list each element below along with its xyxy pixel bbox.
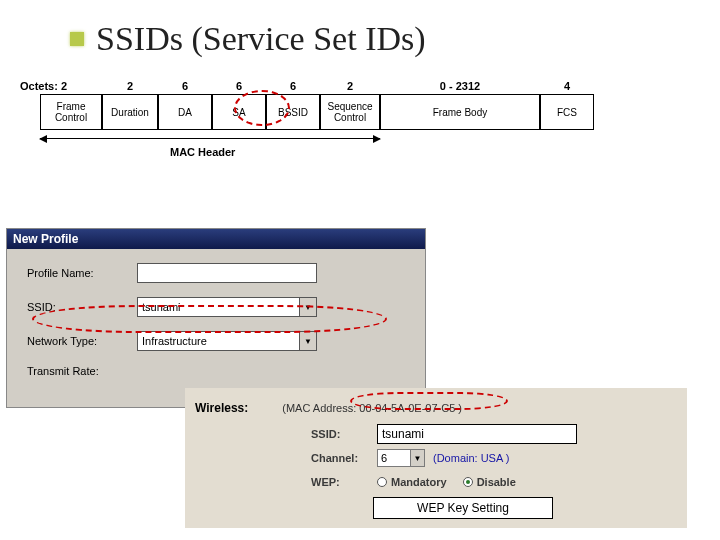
profile-name-input[interactable] bbox=[137, 263, 317, 283]
octet-col: 6 bbox=[158, 76, 212, 94]
wireless-settings-panel: Wireless: (MAC Address: 00-04-5A-0E-07-C… bbox=[185, 388, 687, 528]
network-type-input[interactable] bbox=[137, 331, 299, 351]
radio-selected-icon[interactable] bbox=[463, 477, 473, 487]
network-type-combo[interactable]: ▼ bbox=[137, 331, 317, 351]
title-row: SSIDs (Service Set IDs) bbox=[70, 20, 680, 58]
window-title: New Profile bbox=[7, 229, 425, 249]
mac-header-bracket: MAC Header bbox=[40, 132, 640, 150]
bullet-icon bbox=[70, 32, 84, 46]
chevron-down-icon[interactable]: ▼ bbox=[299, 297, 317, 317]
octets-label: Octets: 2 bbox=[20, 80, 67, 92]
field-frame-body: Frame Body bbox=[380, 94, 540, 130]
slide-title: SSIDs (Service Set IDs) bbox=[96, 20, 426, 58]
wep-key-setting-button[interactable]: WEP Key Setting bbox=[373, 497, 553, 519]
field-frame-control: Frame Control bbox=[40, 94, 102, 130]
network-type-label: Network Type: bbox=[27, 335, 137, 347]
transmit-rate-label: Transmit Rate: bbox=[27, 365, 137, 377]
profile-name-label: Profile Name: bbox=[27, 267, 137, 279]
field-bssid: BSSID bbox=[266, 94, 320, 130]
field-duration: Duration bbox=[102, 94, 158, 130]
wireless-heading: Wireless: bbox=[195, 401, 248, 415]
wi-wep-label: WEP: bbox=[311, 476, 369, 488]
octet-col: 0 - 2312 bbox=[380, 76, 540, 94]
octet-col: 2 bbox=[102, 76, 158, 94]
octet-col: 6 bbox=[266, 76, 320, 94]
mac-address: (MAC Address: 00-04-5A-0E-07-C5 ) bbox=[282, 402, 462, 414]
octet-col: 6 bbox=[212, 76, 266, 94]
chevron-down-icon[interactable]: ▼ bbox=[299, 331, 317, 351]
new-profile-window: New Profile Profile Name: SSID: ▼ Networ… bbox=[6, 228, 426, 408]
ssid-input[interactable] bbox=[137, 297, 299, 317]
radio-icon[interactable] bbox=[377, 477, 387, 487]
ssid-label: SSID: bbox=[27, 301, 137, 313]
chevron-down-icon[interactable]: ▼ bbox=[411, 449, 425, 467]
wi-domain: (Domain: USA ) bbox=[433, 452, 509, 464]
wep-mandatory-option[interactable]: Mandatory bbox=[377, 476, 447, 488]
mac-header-label: MAC Header bbox=[170, 146, 235, 158]
field-sa: SA bbox=[212, 94, 266, 130]
ssid-combo[interactable]: ▼ bbox=[137, 297, 317, 317]
wi-channel-select[interactable]: 6 bbox=[377, 449, 411, 467]
field-fcs: FCS bbox=[540, 94, 594, 130]
field-seq-control: Sequence Control bbox=[320, 94, 380, 130]
wep-disable-option[interactable]: Disable bbox=[463, 476, 516, 488]
wi-ssid-label: SSID: bbox=[311, 428, 369, 440]
field-da: DA bbox=[158, 94, 212, 130]
wi-ssid-input[interactable] bbox=[377, 424, 577, 444]
octet-col: 2 bbox=[320, 76, 380, 94]
wi-channel-label: Channel: bbox=[311, 452, 369, 464]
octet-col: 4 bbox=[540, 76, 594, 94]
frame-format-table: Octets: 2 2 6 6 6 2 0 - 2312 4 Frame Con… bbox=[40, 76, 640, 150]
